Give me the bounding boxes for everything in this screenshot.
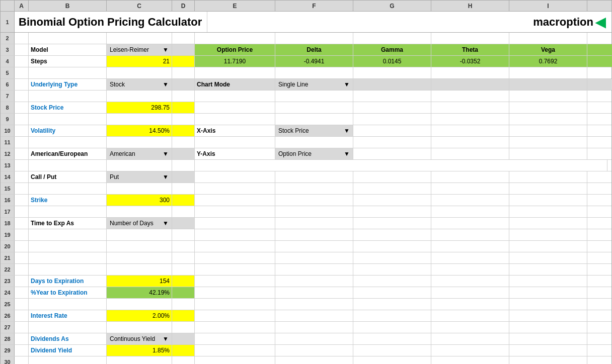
chart-mode-dropdown[interactable]: Single Line ▼ [277, 79, 351, 90]
r28-divs-value[interactable]: Continuous Yield ▼ [107, 333, 172, 344]
col-header-g: G [353, 1, 431, 11]
r6-d [172, 79, 195, 90]
yaxis-dropdown[interactable]: Option Price ▼ [277, 148, 351, 159]
r11-i [509, 137, 587, 148]
r24-g [353, 287, 431, 298]
r6-i [509, 79, 587, 90]
r14-a [15, 171, 29, 183]
row-21: 21 [1, 252, 611, 264]
r7-i [509, 90, 587, 102]
r24-d [172, 287, 195, 298]
r14-callput-value[interactable]: Put ▼ [107, 171, 172, 183]
r17-c [107, 206, 172, 217]
r5-b [29, 67, 107, 78]
callput-dropdown[interactable]: Put ▼ [109, 171, 170, 183]
r23-i [509, 276, 587, 287]
r18-timeexp-value[interactable]: Number of Days ▼ [107, 218, 172, 229]
r9-a [15, 114, 29, 125]
row-num-29: 29 [1, 345, 15, 356]
r13-b [29, 160, 107, 171]
model-dropdown[interactable]: Leisen-Reimer ▼ [109, 44, 170, 55]
row-num-27: 27 [1, 322, 15, 333]
r22-b [29, 264, 107, 275]
r14-e [195, 171, 275, 183]
r5-d [172, 67, 195, 78]
r16-strike-value[interactable]: 300 [107, 195, 172, 206]
r6-underlying-value[interactable]: Stock ▼ [107, 79, 172, 90]
r3-d [172, 44, 195, 55]
xaxis-dropdown[interactable]: Stock Price ▼ [277, 125, 351, 136]
row-22: 22 [1, 264, 611, 276]
r23-d [172, 276, 195, 287]
r13-a [15, 160, 29, 171]
r14-g [353, 171, 431, 183]
r12-yaxis-value[interactable]: Option Price ▼ [275, 148, 353, 159]
r26-interest-value[interactable]: 2.00% [107, 310, 172, 321]
r14-i [509, 171, 587, 183]
r25-g [353, 299, 431, 310]
r24-h [431, 287, 509, 298]
col-header-a: A [15, 1, 29, 11]
r18-i [509, 218, 587, 229]
r10-a [15, 125, 29, 136]
row-num-1: 1 [1, 12, 15, 32]
r7-c [107, 90, 172, 102]
r10-xaxis-value[interactable]: Stock Price ▼ [275, 125, 353, 136]
r17-i [509, 206, 587, 217]
spreadsheet: A B C D E F G H I J K 1 Binomial Option … [0, 0, 612, 364]
r17-f [275, 206, 353, 217]
r7-e [195, 90, 275, 102]
r23-e [195, 276, 275, 287]
r22-c [107, 264, 172, 275]
r24-pct-value: 42.19% [107, 287, 172, 298]
r5-h [431, 67, 509, 78]
r11-g [353, 137, 431, 148]
col-header-i: I [509, 1, 587, 11]
r4-steps-value[interactable]: 21 [107, 56, 172, 67]
r3-gamma-header: Gamma [353, 44, 431, 55]
r26-a [15, 310, 29, 321]
r15-d [172, 183, 195, 194]
timeexp-dropdown[interactable]: Number of Days ▼ [109, 218, 170, 229]
r21-j [587, 252, 612, 263]
col-header-c: C [107, 1, 172, 11]
r23-a [15, 276, 29, 287]
r6-chart-mode-value[interactable]: Single Line ▼ [275, 79, 353, 90]
r23-g [353, 276, 431, 287]
r8-h [431, 102, 509, 113]
r8-a [15, 102, 29, 113]
r20-i [509, 241, 587, 252]
r5-j [587, 67, 612, 78]
row-17: 17 [1, 206, 611, 218]
r23-days-value[interactable]: 154 [107, 276, 172, 287]
r8-d [172, 102, 195, 113]
underlying-type-dropdown[interactable]: Stock ▼ [109, 79, 170, 90]
dividends-as-dropdown[interactable]: Continuous Yield ▼ [109, 333, 170, 344]
r29-j [587, 345, 612, 356]
r14-d [172, 171, 195, 183]
r8-stock-price-value[interactable]: 298.75 [107, 102, 172, 113]
r16-a [15, 195, 29, 206]
r12-american-value[interactable]: American ▼ [107, 148, 172, 159]
row-16: 16 Strike 300 [1, 195, 611, 206]
r3-model-value[interactable]: Leisen-Reimer ▼ [107, 44, 172, 55]
r19-f [275, 229, 353, 240]
american-dropdown[interactable]: American ▼ [109, 148, 170, 159]
r6-h [431, 79, 509, 90]
r16-strike-label: Strike [29, 195, 107, 206]
r6-g [353, 79, 431, 90]
row-num-25: 25 [1, 299, 15, 310]
r29-divy-value[interactable]: 1.85% [107, 345, 172, 356]
r10-volatility-value[interactable]: 14.50% [107, 125, 172, 136]
r21-a [15, 252, 29, 263]
row-num-16: 16 [1, 195, 15, 206]
row-num-8: 8 [1, 102, 15, 113]
r11-j [587, 137, 612, 148]
r13-c [107, 160, 172, 171]
dropdown-arrow-4: ▼ [344, 127, 350, 134]
r7-j [587, 90, 612, 102]
dropdown-arrow: ▼ [163, 46, 169, 53]
r23-f [275, 276, 353, 287]
r20-f [275, 241, 353, 252]
r15-j [587, 183, 612, 194]
